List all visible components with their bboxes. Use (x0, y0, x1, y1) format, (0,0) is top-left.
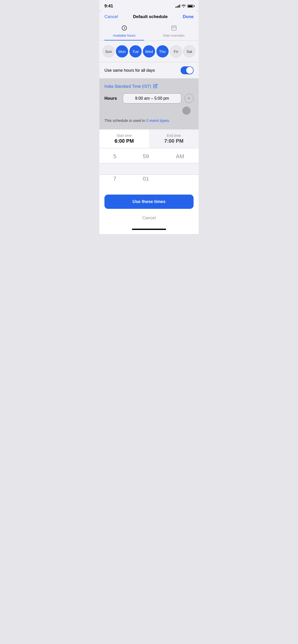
calendar-icon: ! (171, 25, 177, 33)
hours-label: Hours (104, 96, 120, 101)
minutes-scroll-col[interactable]: 59 00 01 (130, 151, 161, 184)
cancel-button[interactable]: Cancel (104, 14, 118, 19)
tabs-container: Available hours ! Date overrides (99, 22, 199, 41)
available-hours-tab-label: Available hours (113, 34, 136, 37)
end-time-tab[interactable]: End time 7:00 PM (149, 129, 199, 148)
status-bar: 9:41 (99, 0, 199, 10)
day-tue[interactable]: Tue (129, 45, 142, 57)
home-bar (132, 229, 166, 230)
status-time: 9:41 (104, 4, 113, 9)
toggle-knob (186, 67, 193, 74)
scroll-picker: 5 6 7 59 00 01 AM PM (99, 148, 199, 189)
timezone-text[interactable]: India Standard Time (IST) (104, 84, 151, 89)
edit-icon[interactable] (153, 84, 158, 89)
schedule-note: This schedule is used in 2 event types. (104, 118, 194, 123)
day-sun[interactable]: Sun (102, 45, 115, 57)
timezone-row: India Standard Time (IST) (104, 84, 194, 89)
day-mon[interactable]: Mon (116, 45, 128, 57)
svg-text:!: ! (174, 28, 174, 30)
drag-dot (182, 107, 191, 115)
day-sat[interactable]: Sat (183, 45, 195, 57)
hours-range-pill[interactable]: 9:00 am – 5:00 pm (123, 93, 181, 104)
ampm-above: AM (161, 151, 199, 162)
use-times-button[interactable]: Use these times (104, 195, 194, 209)
start-time-value: 6:00 PM (99, 138, 149, 144)
drag-handle (104, 106, 194, 115)
minutes-above: 59 (130, 151, 161, 162)
hours-selected: 6 (99, 162, 130, 173)
tab-date-overrides[interactable]: ! Date overrides (149, 22, 199, 40)
date-overrides-tab-label: Date overrides (163, 34, 185, 37)
home-indicator (99, 227, 199, 234)
ampm-scroll-col[interactable]: AM PM (161, 151, 199, 184)
add-hours-button[interactable]: + (184, 94, 194, 103)
hours-row: Hours 9:00 am – 5:00 pm + (104, 93, 194, 104)
done-button[interactable]: Done (183, 14, 194, 19)
day-fri[interactable]: Fri (170, 45, 182, 57)
same-hours-label: Use same hours for all days (104, 68, 155, 73)
wifi-icon (182, 4, 186, 8)
hours-above: 5 (99, 151, 130, 162)
tab-available-hours[interactable]: Available hours (99, 22, 149, 40)
ampm-selected: PM (161, 162, 199, 173)
end-time-tab-label: End time (149, 134, 199, 138)
start-time-tab-label: Start time (99, 134, 149, 138)
cancel-link[interactable]: Cancel (99, 211, 199, 227)
page-title: Default schedule (133, 14, 168, 19)
minutes-selected: 00 (130, 162, 161, 173)
same-hours-toggle[interactable] (181, 66, 194, 74)
signal-icon (175, 5, 180, 8)
event-types-link[interactable]: 2 event types. (146, 118, 170, 123)
time-picker-header: Start time 6:00 PM End time 7:00 PM (99, 129, 199, 148)
minutes-below: 01 (130, 173, 161, 184)
end-time-value: 7:00 PM (149, 138, 199, 144)
days-container: Sun Mon Tue Wed Thu Fri Sat (99, 41, 199, 62)
modal-container: Cancel Default schedule Done Available h… (99, 10, 199, 129)
start-time-tab[interactable]: Start time 6:00 PM (99, 129, 149, 148)
nav-bar: Cancel Default schedule Done (99, 10, 199, 22)
hours-below: 7 (99, 173, 130, 184)
status-icons (175, 4, 194, 8)
clock-icon (121, 25, 127, 33)
day-wed[interactable]: Wed (143, 45, 155, 57)
day-thu[interactable]: Thu (156, 45, 169, 57)
ampm-below (161, 173, 199, 184)
hours-scroll-col[interactable]: 5 6 7 (99, 151, 130, 184)
battery-icon (187, 5, 194, 8)
content-area: India Standard Time (IST) Hours 9:00 am … (99, 79, 199, 129)
time-picker-sheet: Start time 6:00 PM End time 7:00 PM 5 6 … (99, 129, 199, 234)
same-hours-toggle-row: Use same hours for all days (99, 62, 199, 79)
